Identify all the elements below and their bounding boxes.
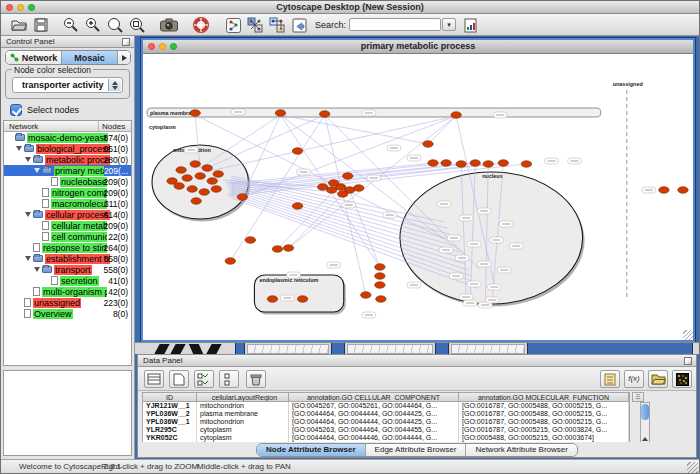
tree-row[interactable]: unassigned223(0) (4, 297, 131, 308)
open-session-button[interactable] (9, 16, 29, 34)
graph-node-selected[interactable] (182, 175, 192, 182)
graph-node-selected[interactable] (267, 296, 277, 303)
graph-node-selected[interactable] (272, 246, 282, 253)
table-cell[interactable]: [GO:0044464, GO:0044444, GO:0044425, G..… (289, 410, 459, 418)
expand-arrow-icon[interactable] (34, 267, 40, 272)
table-cell[interactable]: YKR052C (143, 434, 197, 442)
graph-node-selected[interactable] (328, 180, 338, 187)
tree-row[interactable]: nucleobase-containing209(0) (4, 176, 131, 187)
expand-arrow-icon[interactable] (25, 157, 31, 162)
tab-edge-attribute-browser[interactable]: Edge Attribute Browser (366, 444, 467, 456)
table-cell[interactable]: mitochondrion (197, 402, 289, 410)
graph-node-selected[interactable] (354, 185, 364, 192)
network-view-window[interactable]: primary metabolic process plasma membran… (141, 38, 695, 342)
graph-node-selected[interactable] (428, 160, 438, 167)
graph-node-selected[interactable] (470, 160, 480, 167)
annotation-button[interactable] (289, 16, 309, 34)
create-attribute-button[interactable] (169, 370, 189, 388)
graph-edge[interactable] (428, 116, 456, 144)
graph-node-selected[interactable] (319, 111, 329, 118)
graph-node-selected[interactable] (245, 237, 255, 244)
tree-row[interactable]: transport558(0) (4, 264, 131, 275)
table-row[interactable]: YJR121W__1mitochondrion[GO:0045267, GO:0… (143, 402, 629, 410)
tree-row[interactable]: establishment of loc558(0) (4, 253, 131, 264)
graph-node-selected[interactable] (456, 161, 466, 168)
table-row[interactable]: YPL036W__1mitochondrion[GO:0044464, GO:0… (143, 418, 629, 426)
tree-row[interactable]: response to stimulus264(0) (4, 242, 131, 253)
graph-node-selected[interactable] (275, 110, 285, 117)
expand-arrow-icon[interactable] (25, 256, 31, 261)
matrix-view-button[interactable] (672, 370, 692, 388)
graph-node-selected[interactable] (451, 112, 461, 119)
table-row[interactable]: YPL036W__2plasma membrane[GO:0044464, GO… (143, 410, 629, 418)
table-cell[interactable]: [GO:0016787, GO:0005488, GO:0005215, G..… (459, 410, 629, 418)
graph-node-selected[interactable] (343, 173, 353, 180)
zoom-out-button[interactable] (61, 16, 81, 34)
search-dropdown-button[interactable]: ▾ (442, 18, 456, 31)
expand-arrow-icon[interactable] (34, 168, 40, 173)
table-cell[interactable]: YPL036W__1 (143, 418, 197, 426)
graph-node-selected[interactable] (190, 110, 200, 117)
table-cell[interactable]: YJR121W__1 (143, 402, 197, 410)
tree-row[interactable]: cellular metabolic pr209(0) (4, 220, 131, 231)
tree-row[interactable]: primary metabolic process209(... (4, 165, 131, 176)
tab-network[interactable]: Network (6, 51, 62, 64)
select-nodes-checkbox[interactable] (10, 104, 22, 116)
tree-row[interactable]: macromolecule me311(0) (4, 198, 131, 209)
graph-node-selected[interactable] (187, 186, 197, 193)
column-options-button[interactable]: ☰ (632, 392, 644, 402)
graph-node-selected[interactable] (338, 191, 348, 198)
table-cell[interactable]: YLR295C (143, 426, 197, 434)
tree-row[interactable]: metabolic process280(0) (4, 154, 131, 165)
graph-node-selected[interactable] (167, 178, 177, 185)
snapshot-button[interactable] (159, 16, 179, 34)
network-canvas-svg[interactable]: plasma membranecytoplasmmitochondrionnuc… (143, 54, 693, 340)
graph-node-selected[interactable] (678, 187, 688, 194)
network-window-titlebar[interactable]: primary metabolic process (143, 40, 693, 54)
app-resize-grip[interactable] (687, 462, 698, 473)
graph-edge[interactable] (203, 115, 324, 170)
column-header[interactable]: annotation.GO CELLULAR_COMPONENT (289, 393, 459, 401)
table-cell[interactable]: [GO:0005488, GO:0005215, GO:0003674] (459, 434, 629, 442)
table-cell[interactable]: [GO:0016787, GO:0005488, GO:0005215, G..… (459, 402, 629, 410)
graph-node-selected[interactable] (283, 245, 293, 252)
table-cell[interactable]: [GO:0016787, GO:0005488, GO:0005215, G..… (459, 418, 629, 426)
graph-node-selected[interactable] (376, 296, 386, 303)
tab-overflow-button[interactable] (118, 51, 130, 64)
graph-node-selected[interactable] (213, 171, 223, 178)
graph-node-selected[interactable] (375, 264, 385, 271)
network-panel-button[interactable] (223, 16, 243, 34)
frame-resize-grip[interactable] (683, 330, 693, 340)
tab-node-attribute-browser[interactable]: Node Attribute Browser (257, 444, 366, 456)
graph-node-selected[interactable] (195, 173, 205, 180)
float-panel-icon[interactable] (122, 38, 130, 46)
tab-network-attribute-browser[interactable]: Network Attribute Browser (466, 444, 576, 456)
table-cell[interactable]: plasma membrane (197, 410, 289, 418)
import-attributes-button[interactable] (648, 370, 668, 388)
layout-edges-button[interactable] (267, 16, 287, 34)
graph-node-selected[interactable] (237, 194, 247, 201)
graph-node-selected[interactable] (361, 292, 371, 299)
graph-node-selected[interactable] (659, 187, 669, 194)
graph-node-selected[interactable] (297, 296, 307, 303)
graph-node-selected[interactable] (423, 141, 433, 148)
node-color-dropdown[interactable]: transporter activity (12, 77, 123, 93)
modify-attributes-button[interactable] (194, 370, 214, 388)
table-row[interactable]: YLR295Ccytoplasm[GO:0045263, GO:0044464,… (143, 426, 629, 434)
tree-row[interactable]: cell communication22(0) (4, 231, 131, 242)
table-cell[interactable]: [GO:0044464, GO:0044446, GO:0044444, G..… (289, 434, 459, 442)
graph-node-selected[interactable] (202, 165, 212, 172)
table-cell[interactable]: [GO:0016787, GO:0005215, GO:0003824, G..… (459, 426, 629, 434)
tree-row[interactable]: secretion41(0) (4, 275, 131, 286)
table-cell[interactable]: YPL036W__2 (143, 410, 197, 418)
tree-row[interactable]: biological_process651(0) (4, 143, 131, 154)
graph-node-selected[interactable] (375, 282, 385, 289)
zoom-in-button[interactable] (83, 16, 103, 34)
tree-row[interactable]: multi-organism proc42(0) (4, 286, 131, 297)
enhanced-search-config-button[interactable] (461, 16, 481, 34)
graph-node-selected[interactable] (375, 273, 385, 280)
float-panel-icon[interactable] (684, 357, 692, 365)
graph-node-selected[interactable] (207, 178, 217, 185)
tree-row[interactable]: cellular process614(0) (4, 209, 131, 220)
birdseye-panel[interactable] (3, 370, 132, 456)
